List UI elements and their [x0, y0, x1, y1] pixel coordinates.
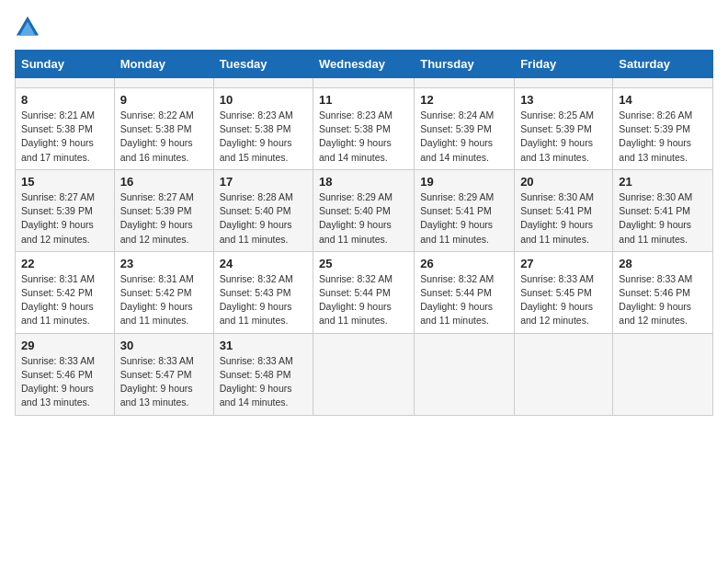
day-info: Sunrise: 8:33 AMSunset: 5:46 PMDaylight:… — [619, 272, 707, 328]
day-info: Sunrise: 8:25 AMSunset: 5:39 PMDaylight:… — [520, 109, 607, 165]
day-number: 30 — [120, 339, 208, 352]
calendar-cell — [213, 78, 313, 88]
calendar-cell: 13Sunrise: 8:25 AMSunset: 5:39 PMDayligh… — [515, 88, 613, 170]
day-info: Sunrise: 8:33 AMSunset: 5:45 PMDaylight:… — [520, 272, 607, 328]
calendar-cell: 30Sunrise: 8:33 AMSunset: 5:47 PMDayligh… — [114, 333, 213, 415]
calendar-cell: 25Sunrise: 8:32 AMSunset: 5:44 PMDayligh… — [313, 251, 415, 333]
day-number: 19 — [420, 175, 508, 189]
day-info: Sunrise: 8:23 AMSunset: 5:38 PMDaylight:… — [220, 109, 307, 165]
day-number: 8 — [21, 93, 108, 107]
day-number: 27 — [520, 257, 607, 270]
calendar-cell: 24Sunrise: 8:32 AMSunset: 5:43 PMDayligh… — [213, 251, 313, 333]
day-number: 24 — [220, 257, 307, 270]
day-info: Sunrise: 8:31 AMSunset: 5:42 PMDaylight:… — [120, 272, 208, 328]
day-number: 12 — [420, 93, 508, 107]
weekday-header-friday: Friday — [515, 51, 613, 78]
calendar-cell — [313, 333, 415, 415]
calendar-cell: 14Sunrise: 8:26 AMSunset: 5:39 PMDayligh… — [613, 88, 713, 170]
day-number: 10 — [220, 93, 307, 107]
day-info: Sunrise: 8:23 AMSunset: 5:38 PMDaylight:… — [319, 109, 408, 165]
day-number: 28 — [619, 257, 707, 270]
calendar-cell: 27Sunrise: 8:33 AMSunset: 5:45 PMDayligh… — [515, 251, 613, 333]
calendar-cell: 31Sunrise: 8:33 AMSunset: 5:48 PMDayligh… — [213, 333, 313, 415]
day-number: 26 — [420, 257, 508, 270]
day-number: 17 — [220, 175, 307, 189]
day-info: Sunrise: 8:33 AMSunset: 5:48 PMDaylight:… — [220, 354, 307, 410]
day-info: Sunrise: 8:33 AMSunset: 5:47 PMDaylight:… — [120, 354, 208, 410]
calendar-cell: 21Sunrise: 8:30 AMSunset: 5:41 PMDayligh… — [613, 169, 713, 251]
weekday-header-saturday: Saturday — [613, 51, 713, 78]
calendar-cell: 15Sunrise: 8:27 AMSunset: 5:39 PMDayligh… — [16, 169, 115, 251]
day-info: Sunrise: 8:30 AMSunset: 5:41 PMDaylight:… — [619, 190, 707, 247]
calendar-cell — [313, 78, 415, 88]
weekday-header-tuesday: Tuesday — [213, 51, 313, 78]
day-number: 25 — [319, 257, 408, 270]
day-info: Sunrise: 8:32 AMSunset: 5:43 PMDaylight:… — [220, 272, 307, 328]
day-info: Sunrise: 8:32 AMSunset: 5:44 PMDaylight:… — [420, 272, 508, 328]
calendar-cell: 9Sunrise: 8:22 AMSunset: 5:38 PMDaylight… — [114, 88, 213, 170]
day-info: Sunrise: 8:31 AMSunset: 5:42 PMDaylight:… — [21, 272, 108, 328]
day-info: Sunrise: 8:28 AMSunset: 5:40 PMDaylight:… — [220, 190, 307, 247]
weekday-header-sunday: Sunday — [16, 51, 115, 78]
calendar-cell — [415, 333, 515, 415]
day-number: 23 — [120, 257, 208, 270]
day-number: 15 — [21, 175, 108, 189]
logo — [15, 15, 44, 40]
day-number: 13 — [520, 93, 607, 107]
day-info: Sunrise: 8:26 AMSunset: 5:39 PMDaylight:… — [619, 109, 707, 165]
calendar-cell: 19Sunrise: 8:29 AMSunset: 5:41 PMDayligh… — [415, 169, 515, 251]
calendar-cell: 23Sunrise: 8:31 AMSunset: 5:42 PMDayligh… — [114, 251, 213, 333]
calendar-cell: 8Sunrise: 8:21 AMSunset: 5:38 PMDaylight… — [16, 88, 115, 170]
day-info: Sunrise: 8:21 AMSunset: 5:38 PMDaylight:… — [21, 109, 108, 165]
weekday-header-wednesday: Wednesday — [313, 51, 415, 78]
day-number: 18 — [319, 175, 408, 189]
day-number: 29 — [21, 339, 108, 352]
weekday-header-thursday: Thursday — [415, 51, 515, 78]
calendar-cell: 20Sunrise: 8:30 AMSunset: 5:41 PMDayligh… — [515, 169, 613, 251]
day-info: Sunrise: 8:22 AMSunset: 5:38 PMDaylight:… — [120, 109, 208, 165]
day-number: 16 — [120, 175, 208, 189]
calendar-cell: 26Sunrise: 8:32 AMSunset: 5:44 PMDayligh… — [415, 251, 515, 333]
calendar-cell — [415, 78, 515, 88]
day-info: Sunrise: 8:29 AMSunset: 5:41 PMDaylight:… — [420, 190, 508, 247]
day-info: Sunrise: 8:29 AMSunset: 5:40 PMDaylight:… — [319, 190, 408, 247]
day-info: Sunrise: 8:27 AMSunset: 5:39 PMDaylight:… — [120, 190, 208, 247]
calendar-table: SundayMondayTuesdayWednesdayThursdayFrid… — [15, 50, 713, 416]
logo-icon — [15, 15, 40, 40]
calendar-cell — [114, 78, 213, 88]
day-number: 9 — [120, 93, 208, 107]
calendar-cell — [613, 333, 713, 415]
calendar-cell: 17Sunrise: 8:28 AMSunset: 5:40 PMDayligh… — [213, 169, 313, 251]
day-number: 21 — [619, 175, 707, 189]
day-number: 20 — [520, 175, 607, 189]
day-info: Sunrise: 8:27 AMSunset: 5:39 PMDaylight:… — [21, 190, 108, 247]
day-number: 14 — [619, 93, 707, 107]
calendar-cell — [515, 333, 613, 415]
day-info: Sunrise: 8:30 AMSunset: 5:41 PMDaylight:… — [520, 190, 607, 247]
calendar-cell — [515, 78, 613, 88]
calendar-cell — [16, 78, 115, 88]
calendar-cell: 28Sunrise: 8:33 AMSunset: 5:46 PMDayligh… — [613, 251, 713, 333]
calendar-cell: 29Sunrise: 8:33 AMSunset: 5:46 PMDayligh… — [16, 333, 115, 415]
calendar-cell: 10Sunrise: 8:23 AMSunset: 5:38 PMDayligh… — [213, 88, 313, 170]
calendar-cell: 18Sunrise: 8:29 AMSunset: 5:40 PMDayligh… — [313, 169, 415, 251]
day-number: 22 — [21, 257, 108, 270]
day-number: 11 — [319, 93, 408, 107]
day-info: Sunrise: 8:24 AMSunset: 5:39 PMDaylight:… — [420, 109, 508, 165]
calendar-cell: 16Sunrise: 8:27 AMSunset: 5:39 PMDayligh… — [114, 169, 213, 251]
calendar-cell: 12Sunrise: 8:24 AMSunset: 5:39 PMDayligh… — [415, 88, 515, 170]
calendar-cell — [613, 78, 713, 88]
day-number: 31 — [220, 339, 307, 352]
day-info: Sunrise: 8:32 AMSunset: 5:44 PMDaylight:… — [319, 272, 408, 328]
day-info: Sunrise: 8:33 AMSunset: 5:46 PMDaylight:… — [21, 354, 108, 410]
calendar-cell: 11Sunrise: 8:23 AMSunset: 5:38 PMDayligh… — [313, 88, 415, 170]
calendar-cell: 22Sunrise: 8:31 AMSunset: 5:42 PMDayligh… — [16, 251, 115, 333]
page-header — [15, 15, 713, 40]
weekday-header-monday: Monday — [114, 51, 213, 78]
